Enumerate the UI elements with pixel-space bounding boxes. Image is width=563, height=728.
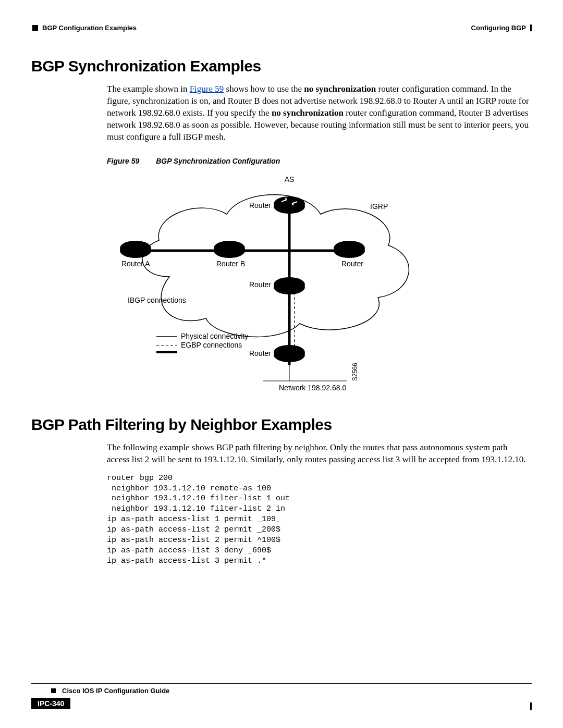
figure-link[interactable]: Figure 59 (190, 84, 224, 94)
label-igrp: IGRP (370, 202, 388, 211)
diagram-svg: AS IGRP Router Router A Router B Router … (107, 172, 420, 397)
label-router-b: Router B (216, 260, 245, 268)
section2-title: BGP Path Filtering by Neighbor Examples (31, 416, 532, 434)
figure: AS IGRP Router Router A Router B Router … (107, 172, 420, 398)
page: BGP Configuration Examples Configuring B… (0, 0, 563, 728)
label-router-right: Router (341, 260, 363, 268)
footer-row: Cisco IOS IP Configuration Guide (31, 687, 532, 695)
label-ibgp: IBGP connections (128, 296, 186, 304)
config-code-block: router bgp 200 neighbor 193.1.12.10 remo… (107, 473, 532, 566)
legend-egbp: EGBP connections (181, 341, 242, 349)
label-router-top: Router (249, 201, 271, 209)
svg-point-10 (274, 196, 305, 211)
header-left: BGP Configuration Examples (32, 24, 137, 32)
header-bar-icon (530, 24, 532, 31)
header-square-icon (32, 25, 38, 31)
header-section: BGP Configuration Examples (42, 24, 137, 32)
footer-square-icon (51, 688, 56, 693)
section2-body: The following example shows BGP path fil… (107, 442, 532, 466)
svg-point-20 (274, 345, 305, 360)
footer-rule (31, 683, 532, 684)
legend-physical: Physical connectivity (181, 332, 248, 340)
section2-paragraph: The following example shows BGP path fil… (107, 442, 532, 466)
figure-title: BGP Synchronization Configuration (156, 157, 280, 165)
label-as: AS (285, 175, 295, 183)
running-header: BGP Configuration Examples Configuring B… (32, 24, 532, 32)
svg-point-14 (214, 241, 245, 255)
page-footer: Cisco IOS IP Configuration Guide IPC-340 (31, 683, 532, 709)
label-router-mid: Router (249, 280, 271, 289)
label-sid: S2566 (351, 363, 359, 381)
section1-body: The example shown in Figure 59 shows how… (107, 83, 532, 143)
section1-paragraph: The example shown in Figure 59 shows how… (107, 83, 532, 143)
footer-bar-icon (530, 702, 532, 710)
label-router-a: Router A (121, 260, 150, 268)
page-number: IPC-340 (31, 698, 70, 709)
figure-caption: Figure 59 BGP Synchronization Configurat… (107, 157, 532, 165)
header-chapter: Configuring BGP (471, 24, 526, 32)
label-network: Network 198.92.68.0 (279, 384, 346, 392)
footer-book-title: Cisco IOS IP Configuration Guide (62, 687, 169, 695)
content: BGP Synchronization Examples The example… (31, 57, 532, 566)
svg-point-12 (120, 241, 151, 255)
figure-number: Figure 59 (107, 157, 139, 165)
svg-point-18 (274, 277, 305, 292)
section1-title: BGP Synchronization Examples (31, 57, 532, 75)
header-right: Configuring BGP (471, 24, 532, 32)
svg-point-16 (334, 241, 365, 255)
label-router-bottom: Router (249, 349, 271, 357)
